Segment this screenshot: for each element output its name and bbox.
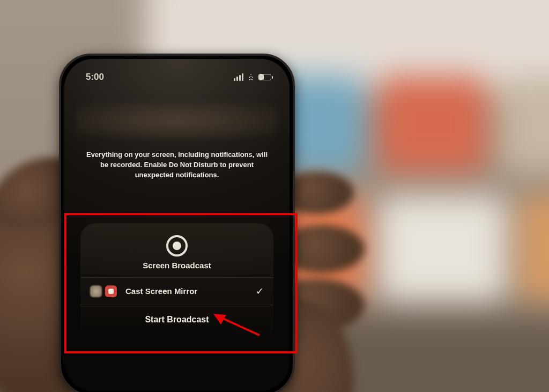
status-time: 5:00: [86, 72, 104, 82]
broadcast-card-title: Screen Broadcast: [80, 261, 273, 270]
record-icon[interactable]: [166, 235, 188, 257]
cellular-icon: [234, 73, 243, 81]
broadcast-card: Screen Broadcast Cast Screen Mirror ✓ St…: [80, 223, 273, 341]
wifi-icon: [247, 74, 255, 80]
checkmark-icon: ✓: [256, 285, 264, 297]
phone-frame: 5:00 Everything on your screen, includin…: [59, 54, 295, 392]
broadcast-target-label: Cast Screen Mirror: [125, 287, 256, 296]
phone-screen: 5:00 Everything on your screen, includin…: [64, 59, 290, 391]
broadcast-target-row[interactable]: Cast Screen Mirror ✓: [80, 277, 273, 305]
redacted-title-area: [76, 102, 278, 139]
status-bar: 5:00: [86, 72, 271, 82]
cast-app-icon: [105, 285, 117, 297]
battery-icon: [258, 74, 271, 80]
app-icon: [90, 285, 102, 297]
broadcast-warning-text: Everything on your screen, including not…: [80, 150, 273, 180]
start-broadcast-button[interactable]: Start Broadcast: [80, 311, 273, 329]
